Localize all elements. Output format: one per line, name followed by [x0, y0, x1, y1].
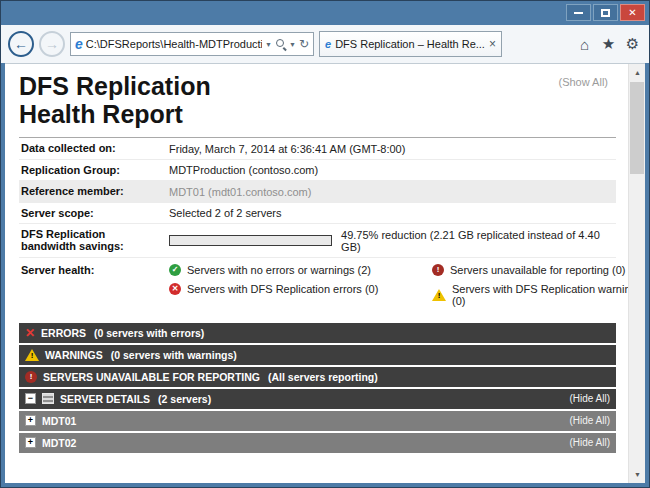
health-item-errors: ✕ Servers with DFS Replication errors (0…: [169, 283, 394, 295]
info-label: Server scope:: [21, 207, 169, 219]
expand-toggle-icon[interactable]: +: [25, 437, 36, 448]
server-row-mdt02[interactable]: + MDT02 (Hide All): [19, 433, 616, 453]
health-item-no-errors: ✓ Servers with no errors or warnings (2): [169, 264, 394, 276]
info-value: Friday, March 7, 2014 at 6:36:41 AM (GMT…: [169, 142, 405, 155]
collapse-toggle-icon[interactable]: −: [25, 393, 36, 404]
section-title: ERRORS: [41, 327, 86, 339]
scrollbar-thumb[interactable]: [630, 82, 644, 174]
server-row-mdt01[interactable]: + MDT01 (Hide All): [19, 411, 616, 431]
health-column-left: ✓ Servers with no errors or warnings (2)…: [169, 264, 394, 307]
vertical-scrollbar[interactable]: ▲ ▼: [628, 64, 645, 483]
tab-title: DFS Replication – Health Re...: [335, 38, 485, 50]
section-servers-unavailable[interactable]: ! SERVERS UNAVAILABLE FOR REPORTING (All…: [19, 367, 616, 387]
bandwidth-value: 49.75% reduction (2.21 GB replicated ins…: [169, 228, 614, 253]
info-label: Server health:: [21, 264, 169, 276]
show-all-link[interactable]: (Show All): [558, 76, 608, 88]
info-row-server-scope: Server scope: Selected 2 of 2 servers: [19, 203, 616, 225]
section-server-details[interactable]: − SERVER DETAILS (2 servers) (Hide All): [19, 389, 616, 409]
back-icon: ←: [14, 36, 28, 52]
address-dropdown-icon[interactable]: ▼: [265, 41, 272, 48]
page-title-line2: Health Report: [19, 100, 616, 128]
health-item-text: Servers with DFS Replication errors (0): [187, 283, 378, 295]
tab-favicon: e: [325, 37, 331, 51]
forward-button[interactable]: →: [39, 31, 65, 57]
title-bar: ✕: [1, 1, 649, 25]
warning-triangle-icon: !: [25, 349, 39, 361]
scroll-up-button[interactable]: ▲: [629, 64, 646, 81]
page-content: DFS Replication Health Report (Show All)…: [5, 63, 645, 483]
favorites-button[interactable]: ★: [599, 35, 618, 53]
info-row-data-collected: Data collected on: Friday, March 7, 2014…: [19, 138, 616, 160]
favorites-star-icon: ★: [602, 35, 615, 52]
info-value: MDT01 (mdt01.contoso.com): [169, 185, 311, 198]
browser-toolbar: ← → e C:\DFSReports\Health-MDTProduction…: [1, 25, 649, 63]
close-icon: ✕: [628, 8, 636, 18]
gear-icon: ⚙: [626, 35, 639, 52]
window-controls: ✕: [566, 4, 645, 21]
info-label: Reference member:: [21, 185, 169, 197]
hide-all-link[interactable]: (Hide All): [569, 437, 610, 448]
home-button[interactable]: ⌂: [575, 36, 594, 53]
section-count: (All servers reporting): [268, 371, 378, 383]
scroll-down-icon: ▼: [634, 471, 641, 478]
unavailable-exclaim-icon: !: [432, 264, 444, 276]
tab-close-icon[interactable]: ×: [489, 38, 496, 50]
scroll-up-icon: ▲: [634, 69, 641, 76]
health-item-warnings: ! Servers with DFS Replication warnings …: [432, 283, 628, 307]
server-name: MDT01: [42, 415, 76, 427]
section-count: (2 servers): [158, 393, 211, 405]
expand-toggle-icon[interactable]: +: [25, 415, 36, 426]
ie-logo-icon: e: [75, 37, 83, 51]
address-bar[interactable]: e C:\DFSReports\Health-MDTProduction-07M…: [70, 32, 314, 56]
bandwidth-text: 49.75% reduction (2.21 GB replicated ins…: [341, 229, 614, 253]
info-label: DFS Replication bandwidth savings:: [21, 228, 169, 252]
scroll-down-button[interactable]: ▼: [629, 466, 646, 483]
hide-all-link[interactable]: (Hide All): [569, 393, 610, 404]
server-icon: [42, 393, 54, 404]
section-warnings[interactable]: ! WARNINGS (0 servers with warnings): [19, 345, 616, 365]
info-label: Replication Group:: [21, 164, 169, 176]
search-icon[interactable]: [275, 38, 286, 50]
section-count: (0 servers with warnings): [111, 349, 237, 361]
report-header: DFS Replication Health Report (Show All): [19, 72, 616, 128]
forward-icon: →: [45, 36, 59, 52]
report-sections: ✕ ERRORS (0 servers with errors) ! WARNI…: [19, 323, 616, 453]
maximize-button[interactable]: [593, 4, 618, 21]
section-count: (0 servers with errors): [94, 327, 204, 339]
info-row-reference-member: Reference member: MDT01 (mdt01.contoso.c…: [19, 181, 616, 203]
warning-triangle-icon: !: [432, 289, 446, 301]
info-label: Data collected on:: [21, 142, 169, 154]
back-button[interactable]: ←: [8, 31, 34, 57]
browser-window: ✕ ← → e C:\DFSReports\Health-MDTProducti…: [0, 0, 650, 488]
section-errors[interactable]: ✕ ERRORS (0 servers with errors): [19, 323, 616, 343]
health-column-right: ! Servers unavailable for reporting (0) …: [432, 264, 628, 307]
refresh-icon[interactable]: ↻: [299, 38, 309, 50]
search-dropdown-icon[interactable]: ▼: [289, 41, 296, 48]
minimize-icon: [574, 12, 583, 14]
address-url[interactable]: C:\DFSReports\Health-MDTProduction-07M: [86, 38, 262, 50]
page-title-line1: DFS Replication: [19, 72, 616, 100]
info-row-server-health: Server health: ✓ Servers with no errors …: [19, 258, 616, 311]
close-button[interactable]: ✕: [620, 4, 645, 21]
error-cross-icon: ✕: [169, 283, 181, 295]
info-row-replication-group: Replication Group: MDTProduction (contos…: [19, 160, 616, 182]
info-value: Selected 2 of 2 servers: [169, 207, 282, 220]
bandwidth-progress-bar: [169, 235, 332, 246]
health-item-unavailable: ! Servers unavailable for reporting (0): [432, 264, 628, 276]
health-item-text: Servers with DFS Replication warnings (0…: [452, 283, 628, 307]
minimize-button[interactable]: [566, 4, 591, 21]
section-title: SERVER DETAILS: [60, 393, 150, 405]
report-page: DFS Replication Health Report (Show All)…: [5, 64, 628, 483]
unavailable-exclaim-icon: !: [25, 371, 37, 383]
home-icon: ⌂: [580, 36, 589, 53]
section-title: SERVERS UNAVAILABLE FOR REPORTING: [43, 371, 260, 383]
info-value: MDTProduction (contoso.com): [169, 164, 318, 177]
success-check-icon: ✓: [169, 264, 181, 276]
tab-dfs-replication-health-report[interactable]: e DFS Replication – Health Re... ×: [319, 31, 502, 57]
hide-all-link[interactable]: (Hide All): [569, 415, 610, 426]
health-grid: ✓ Servers with no errors or warnings (2)…: [169, 264, 628, 307]
health-item-text: Servers with no errors or warnings (2): [187, 264, 371, 276]
settings-button[interactable]: ⚙: [623, 35, 642, 53]
maximize-icon: [601, 9, 610, 17]
server-name: MDT02: [42, 437, 76, 449]
